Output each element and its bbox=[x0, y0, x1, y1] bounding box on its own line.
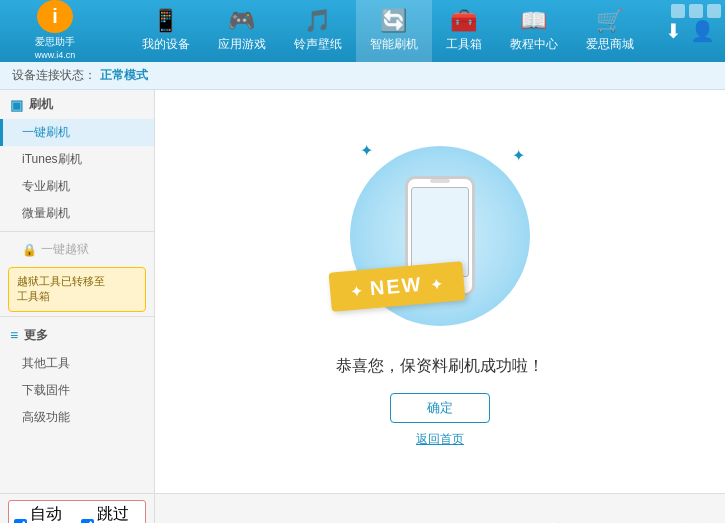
sidebar-item-one-click-flash-label: 一键刷机 bbox=[22, 125, 70, 139]
sparkle-top-right-icon: ✦ bbox=[512, 146, 525, 165]
skip-wizard-label: 跳过向导 bbox=[97, 504, 140, 523]
smart-flash-icon: 🔄 bbox=[380, 10, 407, 32]
tutorial-icon: 📖 bbox=[520, 10, 547, 32]
toolbox-icon: 🧰 bbox=[450, 10, 477, 32]
flash-section-icon: ▣ bbox=[10, 97, 23, 113]
sidebar-section-flash: ▣ 刷机 bbox=[0, 90, 154, 119]
more-section-icon: ≡ bbox=[10, 327, 18, 343]
nav-ringtones-label: 铃声壁纸 bbox=[294, 36, 342, 53]
nav-apps-games-label: 应用游戏 bbox=[218, 36, 266, 53]
maximize-button[interactable] bbox=[689, 4, 703, 18]
sidebar-item-data-flash-label: 微量刷机 bbox=[22, 206, 70, 220]
sidebar-section-jailbreak: 🔒 一键越狱 bbox=[0, 236, 154, 263]
lock-icon: 🔒 bbox=[22, 243, 37, 257]
nav-ringtones[interactable]: 🎵 铃声壁纸 bbox=[280, 0, 356, 62]
main-navigation: 📱 我的设备 🎮 应用游戏 🎵 铃声壁纸 🔄 智能刷机 🧰 工具箱 📖 教程中心… bbox=[110, 0, 665, 62]
sidebar-item-data-flash[interactable]: 微量刷机 bbox=[0, 200, 154, 227]
sidebar-item-itunes-flash-label: iTunes刷机 bbox=[22, 152, 82, 166]
nav-my-device[interactable]: 📱 我的设备 bbox=[128, 0, 204, 62]
auto-welcome-label: 自动欢迎 bbox=[30, 504, 73, 523]
sidebar-item-pro-flash-label: 专业刷机 bbox=[22, 179, 70, 193]
nav-shop[interactable]: 🛒 爱思商城 bbox=[572, 0, 648, 62]
go-home-link[interactable]: 返回首页 bbox=[416, 431, 464, 448]
bottom-right-panel: V7.98.66 客服 微信公众号 检查更新 bbox=[155, 494, 725, 523]
status-value: 正常模式 bbox=[100, 67, 148, 84]
status-bar: 设备连接状态： 正常模式 bbox=[0, 62, 725, 90]
auto-welcome-checkbox[interactable]: 自动欢迎 bbox=[14, 504, 73, 523]
sidebar-item-other-tools[interactable]: 其他工具 bbox=[0, 350, 154, 377]
logo-area: i 爱思助手www.i4.cn bbox=[0, 0, 110, 62]
close-button[interactable] bbox=[707, 4, 721, 18]
top-right-controls: ⬇ 👤 bbox=[665, 19, 725, 43]
new-badge-text: NEW bbox=[369, 272, 423, 299]
sidebar-item-advanced-label: 高级功能 bbox=[22, 410, 70, 424]
sidebar-item-one-click-flash[interactable]: 一键刷机 bbox=[0, 119, 154, 146]
success-message: 恭喜您，保资料刷机成功啦！ bbox=[336, 356, 544, 377]
sidebar-item-pro-flash[interactable]: 专业刷机 bbox=[0, 173, 154, 200]
jailbreak-notice-text: 越狱工具已转移至工具箱 bbox=[17, 275, 105, 302]
my-device-icon: 📱 bbox=[152, 10, 179, 32]
phone-speaker bbox=[430, 179, 450, 183]
nav-shop-label: 爱思商城 bbox=[586, 36, 634, 53]
phone-illustration: ✦ ✦ ✦ NEW bbox=[340, 136, 540, 336]
sidebar-section-more: ≡ 更多 bbox=[0, 321, 154, 350]
sidebar-section-more-label: 更多 bbox=[24, 327, 48, 344]
sidebar-item-download-firmware-label: 下载固件 bbox=[22, 383, 70, 397]
shop-icon: 🛒 bbox=[596, 10, 623, 32]
sparkle-top-left-icon: ✦ bbox=[360, 141, 373, 160]
logo-text: 爱思助手www.i4.cn bbox=[35, 35, 76, 62]
ringtones-icon: 🎵 bbox=[304, 10, 331, 32]
skip-wizard-input[interactable] bbox=[81, 519, 94, 524]
status-label: 设备连接状态： bbox=[12, 67, 96, 84]
sidebar-item-advanced[interactable]: 高级功能 bbox=[0, 404, 154, 431]
apps-games-icon: 🎮 bbox=[228, 10, 255, 32]
nav-tutorial[interactable]: 📖 教程中心 bbox=[496, 0, 572, 62]
sidebar-jailbreak-label: 一键越狱 bbox=[41, 241, 89, 258]
nav-smart-flash-label: 智能刷机 bbox=[370, 36, 418, 53]
sidebar-jailbreak-notice: 越狱工具已转移至工具箱 bbox=[8, 267, 146, 312]
auto-welcome-input[interactable] bbox=[14, 519, 27, 524]
bottom-section: 自动欢迎 跳过向导 📱 iPhone 12 mini 64GB Down-12m… bbox=[0, 493, 725, 523]
sidebar-divider-1 bbox=[0, 231, 154, 232]
nav-apps-games[interactable]: 🎮 应用游戏 bbox=[204, 0, 280, 62]
sidebar-item-itunes-flash[interactable]: iTunes刷机 bbox=[0, 146, 154, 173]
nav-my-device-label: 我的设备 bbox=[142, 36, 190, 53]
user-button[interactable]: 👤 bbox=[690, 19, 715, 43]
nav-tutorial-label: 教程中心 bbox=[510, 36, 558, 53]
skip-wizard-checkbox[interactable]: 跳过向导 bbox=[81, 504, 140, 523]
sidebar: ▣ 刷机 一键刷机 iTunes刷机 专业刷机 微量刷机 🔒 一键越狱 越狱工具… bbox=[0, 90, 155, 493]
sidebar-divider-2 bbox=[0, 316, 154, 317]
sidebar-section-flash-label: 刷机 bbox=[29, 96, 53, 113]
nav-toolbox[interactable]: 🧰 工具箱 bbox=[432, 0, 496, 62]
minimize-button[interactable] bbox=[671, 4, 685, 18]
nav-smart-flash[interactable]: 🔄 智能刷机 bbox=[356, 0, 432, 62]
main-layout: ▣ 刷机 一键刷机 iTunes刷机 专业刷机 微量刷机 🔒 一键越狱 越狱工具… bbox=[0, 90, 725, 493]
sidebar-item-other-tools-label: 其他工具 bbox=[22, 356, 70, 370]
nav-toolbox-label: 工具箱 bbox=[446, 36, 482, 53]
confirm-button[interactable]: 确定 bbox=[390, 393, 490, 423]
checkboxes-row: 自动欢迎 跳过向导 bbox=[8, 500, 146, 523]
content-area: ✦ ✦ ✦ NEW 恭喜您，保资料刷机成功啦！ 确定 返回首页 bbox=[155, 90, 725, 493]
bottom-left-panel: 自动欢迎 跳过向导 📱 iPhone 12 mini 64GB Down-12m… bbox=[0, 494, 155, 523]
sidebar-item-download-firmware[interactable]: 下载固件 bbox=[0, 377, 154, 404]
download-button[interactable]: ⬇ bbox=[665, 19, 682, 43]
confirm-button-label: 确定 bbox=[427, 400, 453, 415]
window-controls bbox=[671, 4, 721, 18]
logo-icon: i bbox=[37, 0, 73, 33]
logo-char: i bbox=[52, 5, 58, 28]
top-navigation-bar: i 爱思助手www.i4.cn 📱 我的设备 🎮 应用游戏 🎵 铃声壁纸 🔄 智… bbox=[0, 0, 725, 62]
